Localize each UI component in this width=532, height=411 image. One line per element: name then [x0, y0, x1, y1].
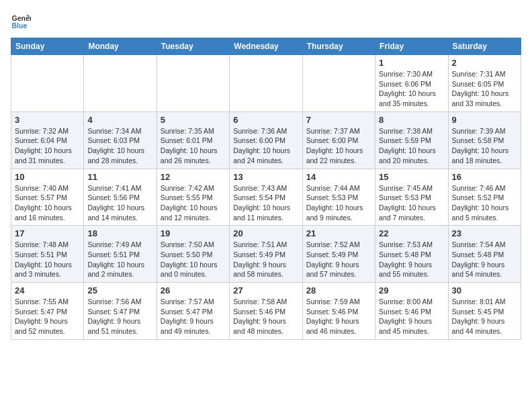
day-info: Sunrise: 7:55 AM Sunset: 5:47 PM Dayligh…: [15, 297, 80, 336]
day-number: 26: [161, 285, 226, 295]
day-info: Sunrise: 8:00 AM Sunset: 5:46 PM Dayligh…: [379, 297, 444, 336]
calendar-cell: 30Sunrise: 8:01 AM Sunset: 5:45 PM Dayli…: [448, 283, 521, 340]
calendar-cell: 4Sunrise: 7:34 AM Sunset: 6:03 PM Daylig…: [84, 111, 157, 169]
svg-text:Blue: Blue: [12, 21, 28, 30]
day-number: 19: [161, 228, 226, 238]
calendar-cell: 16Sunrise: 7:46 AM Sunset: 5:52 PM Dayli…: [448, 169, 521, 226]
day-number: 5: [161, 115, 226, 125]
calendar-cell: 6Sunrise: 7:36 AM Sunset: 6:00 PM Daylig…: [230, 111, 302, 169]
calendar-cell: 28Sunrise: 7:59 AM Sunset: 5:46 PM Dayli…: [302, 283, 375, 340]
calendar-cell: [157, 55, 229, 112]
calendar-cell: 14Sunrise: 7:44 AM Sunset: 5:53 PM Dayli…: [302, 169, 375, 226]
day-number: 1: [379, 58, 444, 68]
day-number: 4: [87, 115, 152, 125]
day-info: Sunrise: 7:53 AM Sunset: 5:48 PM Dayligh…: [379, 240, 444, 279]
calendar-cell: 24Sunrise: 7:55 AM Sunset: 5:47 PM Dayli…: [11, 283, 84, 340]
calendar-cell: 15Sunrise: 7:45 AM Sunset: 5:53 PM Dayli…: [375, 169, 448, 226]
day-info: Sunrise: 7:48 AM Sunset: 5:51 PM Dayligh…: [15, 240, 80, 279]
day-number: 28: [306, 285, 371, 295]
weekday-header: Friday: [375, 38, 448, 55]
calendar-cell: 9Sunrise: 7:39 AM Sunset: 5:58 PM Daylig…: [448, 111, 521, 169]
day-info: Sunrise: 7:41 AM Sunset: 5:56 PM Dayligh…: [87, 183, 152, 223]
day-info: Sunrise: 7:54 AM Sunset: 5:48 PM Dayligh…: [452, 240, 517, 279]
day-number: 20: [233, 228, 298, 238]
day-info: Sunrise: 7:58 AM Sunset: 5:46 PM Dayligh…: [233, 297, 298, 336]
day-info: Sunrise: 7:57 AM Sunset: 5:47 PM Dayligh…: [161, 297, 226, 336]
day-info: Sunrise: 7:46 AM Sunset: 5:52 PM Dayligh…: [452, 183, 517, 223]
logo-icon: General Blue: [11, 11, 31, 31]
day-info: Sunrise: 7:50 AM Sunset: 5:50 PM Dayligh…: [161, 240, 226, 279]
calendar-table: SundayMondayTuesdayWednesdayThursdayFrid…: [11, 38, 521, 340]
calendar-cell: 25Sunrise: 7:56 AM Sunset: 5:47 PM Dayli…: [84, 283, 157, 340]
day-info: Sunrise: 7:37 AM Sunset: 6:00 PM Dayligh…: [306, 126, 371, 166]
day-number: 3: [15, 115, 80, 125]
day-info: Sunrise: 7:36 AM Sunset: 6:00 PM Dayligh…: [233, 126, 298, 166]
calendar-cell: 1Sunrise: 7:30 AM Sunset: 6:06 PM Daylig…: [375, 55, 448, 112]
calendar-cell: 18Sunrise: 7:49 AM Sunset: 5:51 PM Dayli…: [84, 226, 157, 283]
calendar-cell: 21Sunrise: 7:52 AM Sunset: 5:49 PM Dayli…: [302, 226, 375, 283]
day-info: Sunrise: 7:49 AM Sunset: 5:51 PM Dayligh…: [87, 240, 152, 279]
calendar-cell: 7Sunrise: 7:37 AM Sunset: 6:00 PM Daylig…: [302, 111, 375, 169]
day-info: Sunrise: 7:40 AM Sunset: 5:57 PM Dayligh…: [15, 183, 80, 223]
day-info: Sunrise: 7:35 AM Sunset: 6:01 PM Dayligh…: [161, 126, 226, 166]
calendar-cell: 10Sunrise: 7:40 AM Sunset: 5:57 PM Dayli…: [11, 169, 84, 226]
calendar-cell: 20Sunrise: 7:51 AM Sunset: 5:49 PM Dayli…: [230, 226, 302, 283]
calendar-week-row: 3Sunrise: 7:32 AM Sunset: 6:04 PM Daylig…: [11, 111, 521, 169]
logo: General Blue: [11, 11, 34, 31]
calendar-cell: [302, 55, 375, 112]
calendar-cell: 5Sunrise: 7:35 AM Sunset: 6:01 PM Daylig…: [157, 111, 229, 169]
calendar-cell: 2Sunrise: 7:31 AM Sunset: 6:05 PM Daylig…: [448, 55, 521, 112]
weekday-header: Monday: [84, 38, 157, 55]
day-info: Sunrise: 7:43 AM Sunset: 5:54 PM Dayligh…: [233, 183, 298, 223]
day-info: Sunrise: 7:34 AM Sunset: 6:03 PM Dayligh…: [87, 126, 152, 166]
page-header: General Blue: [11, 11, 521, 31]
day-number: 25: [87, 285, 152, 295]
calendar-week-row: 1Sunrise: 7:30 AM Sunset: 6:06 PM Daylig…: [11, 55, 521, 112]
day-number: 10: [15, 172, 80, 182]
calendar-cell: 22Sunrise: 7:53 AM Sunset: 5:48 PM Dayli…: [375, 226, 448, 283]
calendar-cell: 13Sunrise: 7:43 AM Sunset: 5:54 PM Dayli…: [230, 169, 302, 226]
calendar-week-row: 17Sunrise: 7:48 AM Sunset: 5:51 PM Dayli…: [11, 226, 521, 283]
weekday-header: Tuesday: [157, 38, 229, 55]
day-number: 27: [233, 285, 298, 295]
day-info: Sunrise: 7:45 AM Sunset: 5:53 PM Dayligh…: [379, 183, 444, 223]
day-number: 15: [379, 172, 444, 182]
day-info: Sunrise: 7:44 AM Sunset: 5:53 PM Dayligh…: [306, 183, 371, 223]
weekday-header: Saturday: [448, 38, 521, 55]
calendar-cell: [84, 55, 157, 112]
day-info: Sunrise: 7:39 AM Sunset: 5:58 PM Dayligh…: [452, 126, 517, 166]
day-info: Sunrise: 7:51 AM Sunset: 5:49 PM Dayligh…: [233, 240, 298, 279]
day-info: Sunrise: 7:31 AM Sunset: 6:05 PM Dayligh…: [452, 69, 517, 109]
day-number: 21: [306, 228, 371, 238]
day-number: 17: [15, 228, 80, 238]
day-info: Sunrise: 7:42 AM Sunset: 5:55 PM Dayligh…: [161, 183, 226, 223]
calendar-cell: 8Sunrise: 7:38 AM Sunset: 5:59 PM Daylig…: [375, 111, 448, 169]
calendar-cell: [11, 55, 84, 112]
day-number: 30: [452, 285, 517, 295]
calendar-week-row: 24Sunrise: 7:55 AM Sunset: 5:47 PM Dayli…: [11, 283, 521, 340]
calendar-cell: 19Sunrise: 7:50 AM Sunset: 5:50 PM Dayli…: [157, 226, 229, 283]
day-number: 23: [452, 228, 517, 238]
day-number: 13: [233, 172, 298, 182]
calendar-cell: [230, 55, 302, 112]
day-info: Sunrise: 7:30 AM Sunset: 6:06 PM Dayligh…: [379, 69, 444, 109]
calendar-cell: 23Sunrise: 7:54 AM Sunset: 5:48 PM Dayli…: [448, 226, 521, 283]
day-info: Sunrise: 7:56 AM Sunset: 5:47 PM Dayligh…: [87, 297, 152, 336]
calendar-cell: 12Sunrise: 7:42 AM Sunset: 5:55 PM Dayli…: [157, 169, 229, 226]
weekday-header: Sunday: [11, 38, 84, 55]
day-info: Sunrise: 7:38 AM Sunset: 5:59 PM Dayligh…: [379, 126, 444, 166]
calendar-week-row: 10Sunrise: 7:40 AM Sunset: 5:57 PM Dayli…: [11, 169, 521, 226]
calendar-header-row: SundayMondayTuesdayWednesdayThursdayFrid…: [11, 38, 521, 55]
day-info: Sunrise: 7:59 AM Sunset: 5:46 PM Dayligh…: [306, 297, 371, 336]
day-number: 2: [452, 58, 517, 68]
calendar-cell: 26Sunrise: 7:57 AM Sunset: 5:47 PM Dayli…: [157, 283, 229, 340]
day-number: 24: [15, 285, 80, 295]
day-number: 12: [161, 172, 226, 182]
day-number: 29: [379, 285, 444, 295]
calendar-cell: 11Sunrise: 7:41 AM Sunset: 5:56 PM Dayli…: [84, 169, 157, 226]
day-info: Sunrise: 7:52 AM Sunset: 5:49 PM Dayligh…: [306, 240, 371, 279]
weekday-header: Wednesday: [230, 38, 302, 55]
calendar-cell: 27Sunrise: 7:58 AM Sunset: 5:46 PM Dayli…: [230, 283, 302, 340]
day-number: 14: [306, 172, 371, 182]
day-number: 6: [233, 115, 298, 125]
